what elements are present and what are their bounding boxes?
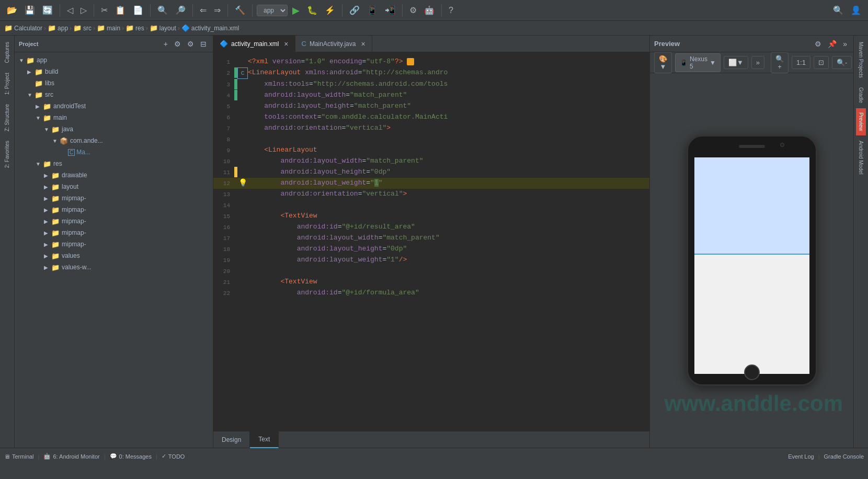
- preview-pin-btn[interactable]: 📌: [826, 39, 839, 49]
- status-gradle-console[interactable]: Gradle Console: [824, 453, 864, 460]
- edge-tab-favorites[interactable]: 2: Favorites: [2, 136, 12, 172]
- tree-label: mipmap-: [62, 195, 86, 202]
- help-button[interactable]: ?: [446, 4, 456, 17]
- status-sep: |: [38, 453, 40, 460]
- tree-item-mipmap4[interactable]: ▶ 📁 mipmap-: [15, 227, 213, 238]
- bc-layout[interactable]: 📁 layout: [150, 24, 176, 32]
- zoom-1to1-btn[interactable]: 1:1: [792, 56, 810, 69]
- settings-button[interactable]: ⚙: [407, 3, 419, 17]
- bc-res[interactable]: 📁 res: [125, 24, 144, 32]
- tree-item-mipmap3[interactable]: ▶ 📁 mipmap-: [15, 215, 213, 227]
- prev-button[interactable]: ⇐: [197, 3, 209, 17]
- tree-item-mipmap1[interactable]: ▶ 📁 mipmap-: [15, 192, 213, 204]
- global-search-button[interactable]: 🔍: [830, 3, 846, 17]
- line-marker: [234, 112, 237, 122]
- find-button[interactable]: 🔍: [155, 3, 170, 17]
- forward-button[interactable]: ▷: [78, 3, 89, 17]
- find-replace-button[interactable]: 🔎: [173, 3, 188, 17]
- preview-expand-btn[interactable]: »: [841, 39, 849, 49]
- profile-button[interactable]: ⚡: [322, 3, 338, 17]
- sdk-button[interactable]: 📱: [364, 3, 380, 17]
- tree-item-mipmap2[interactable]: ▶ 📁 mipmap-: [15, 204, 213, 215]
- android-icon[interactable]: 🤖: [421, 3, 437, 17]
- edge-tab-structure[interactable]: Z: Structure: [2, 100, 12, 135]
- edge-tab-preview[interactable]: Preview: [856, 108, 866, 135]
- sidebar-sync-btn[interactable]: ⚙: [172, 39, 183, 49]
- tree-item-layout[interactable]: ▶ 📁 layout: [15, 181, 213, 192]
- tab-mainactivity[interactable]: C MainActivity.java ×: [295, 36, 372, 52]
- profile-icon[interactable]: 👤: [848, 3, 864, 17]
- preview-more-btn[interactable]: »: [751, 56, 764, 69]
- next-button[interactable]: ⇒: [211, 3, 223, 17]
- edge-tab-maven[interactable]: Maven Projects: [856, 38, 866, 82]
- bc-src[interactable]: 📁 src: [73, 24, 92, 32]
- preview-theme-btn[interactable]: 🎨▼: [654, 52, 672, 73]
- status-terminal[interactable]: 🖥 Terminal: [4, 453, 34, 460]
- zoom-in-btn[interactable]: 🔍+: [771, 52, 789, 73]
- tree-item-build[interactable]: ▶ 📁 build: [15, 66, 213, 77]
- tree-item-src[interactable]: ▼ 📁 src: [15, 89, 213, 100]
- tree-item-package[interactable]: ▼ 📦 com.ande...: [15, 135, 213, 146]
- bc-app[interactable]: 📁 app: [48, 24, 68, 32]
- copy-button[interactable]: 📋: [112, 3, 128, 17]
- tree-item-drawable[interactable]: ▶ 📁 drawable: [15, 169, 213, 181]
- status-messages[interactable]: 💬 0: Messages: [110, 453, 152, 460]
- bottom-tab-text[interactable]: Text: [250, 431, 279, 448]
- preview-header: Preview ⚙ 📌 »: [650, 36, 853, 52]
- tree-item-mipmap5[interactable]: ▶ 📁 mipmap-: [15, 238, 213, 250]
- app-dropdown[interactable]: app: [257, 5, 288, 16]
- avd-button[interactable]: 📲: [382, 3, 398, 17]
- tree-item-mainactivity[interactable]: C Ma...: [15, 146, 213, 158]
- edge-tab-captures[interactable]: Captures: [2, 38, 12, 67]
- bc-calculator[interactable]: 📁 Calculator: [4, 24, 42, 32]
- open-folder-button[interactable]: 📂: [4, 3, 20, 17]
- code-content: android:layout_weight="1"/>: [248, 255, 645, 265]
- device-selector[interactable]: 📱 Nexus 5 ▼: [675, 53, 721, 72]
- bc-file[interactable]: 🔷 activity_main.xml: [181, 24, 239, 32]
- folder-icon: 📁: [51, 264, 60, 271]
- code-editor[interactable]: 1 <?xml version="1.0" encoding="utf-8"?>…: [213, 52, 649, 431]
- status-android-monitor[interactable]: 🤖 6: Android Monitor: [43, 453, 99, 460]
- sidebar-add-btn[interactable]: +: [162, 39, 170, 49]
- bc-main[interactable]: 📁 main: [97, 24, 120, 32]
- sidebar-collapse-btn[interactable]: ⊟: [198, 39, 209, 49]
- tree-item-values[interactable]: ▶ 📁 values: [15, 250, 213, 261]
- paste-button[interactable]: 📄: [130, 3, 146, 17]
- preview-orientation-btn[interactable]: ⬜▼: [724, 56, 748, 69]
- xml-file-icon: 🔷: [181, 24, 190, 32]
- expand-arrow: ▼: [44, 127, 51, 132]
- tree-item-res[interactable]: ▼ 📁 res: [15, 158, 213, 169]
- tree-item-libs[interactable]: 📁 libs: [15, 77, 213, 89]
- tab-close-btn[interactable]: ×: [284, 40, 288, 48]
- tree-label: drawable: [62, 172, 87, 179]
- cut-button[interactable]: ✂: [98, 3, 110, 17]
- edge-tab-android-model[interactable]: Android Model: [856, 136, 866, 178]
- tree-item-androidtest[interactable]: ▶ 📁 androidTest: [15, 100, 213, 112]
- preview-settings-btn[interactable]: ⚙: [813, 39, 824, 49]
- zoom-fit-btn[interactable]: ⊡: [814, 56, 829, 69]
- folder-icon: 📁: [51, 183, 60, 191]
- attach-button[interactable]: 🔗: [347, 3, 362, 17]
- edge-tab-gradle[interactable]: Gradle: [856, 83, 866, 107]
- sync-button[interactable]: 🔄: [40, 3, 55, 17]
- tree-item-java[interactable]: ▼ 📁 java: [15, 123, 213, 135]
- code-content: android:layout_height="match_parent": [248, 101, 645, 111]
- sidebar-settings-btn[interactable]: ⚙: [185, 39, 196, 49]
- tree-item-app[interactable]: ▼ 📁 app: [15, 54, 213, 66]
- tab-close-btn[interactable]: ×: [361, 40, 365, 48]
- back-button[interactable]: ◁: [64, 3, 76, 17]
- tree-label: layout: [62, 183, 78, 190]
- debug-button[interactable]: 🐛: [304, 3, 320, 17]
- zoom-out-btn[interactable]: 🔍-: [832, 56, 852, 69]
- code-indicator: C: [237, 67, 248, 79]
- tree-item-main[interactable]: ▼ 📁 main: [15, 112, 213, 123]
- edge-tab-project[interactable]: 1: Project: [2, 69, 12, 99]
- tree-item-values-w[interactable]: ▶ 📁 values-w...: [15, 261, 213, 273]
- status-todo[interactable]: ✓ TODO: [162, 453, 185, 460]
- status-event-log[interactable]: Event Log: [788, 453, 814, 460]
- save-button[interactable]: 💾: [22, 3, 38, 17]
- tab-activity-main[interactable]: 🔷 activity_main.xml ×: [213, 36, 295, 52]
- run-button[interactable]: ▶: [290, 3, 302, 18]
- build-button[interactable]: 🔨: [232, 3, 248, 17]
- bottom-tab-design[interactable]: Design: [213, 431, 250, 448]
